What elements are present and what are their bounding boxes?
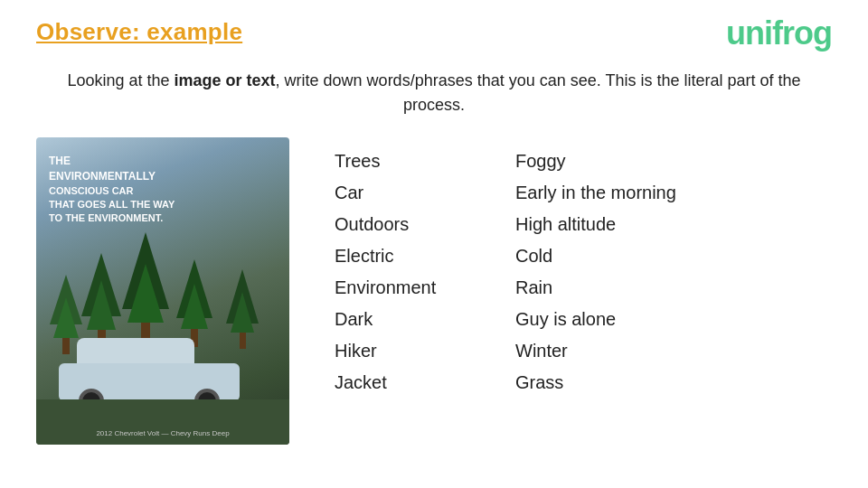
- word-item: Winter: [515, 336, 676, 366]
- page: Observe: example unifrog Looking at the …: [0, 0, 868, 488]
- word-item: Rain: [515, 273, 676, 303]
- subtitle-text-after: , write down words/phrases that you can …: [276, 71, 801, 114]
- words-column-left: TreesCarOutdoorsElectricEnvironmentDarkH…: [335, 146, 479, 398]
- image-overlay-text: The environmentally conscious car that g…: [49, 154, 175, 226]
- word-item: Guy is alone: [515, 305, 676, 334]
- words-area: TreesCarOutdoorsElectricEnvironmentDarkH…: [335, 146, 832, 398]
- image-caption: 2012 Chevrolet Volt — Chevy Runs Deep: [36, 429, 289, 437]
- header: Observe: example unifrog: [36, 18, 832, 52]
- word-item: Grass: [515, 368, 676, 398]
- word-item: Outdoors: [335, 210, 479, 239]
- logo: unifrog: [726, 14, 832, 52]
- overlay-line3: that goes all the way: [49, 198, 175, 211]
- subtitle-bold: image or text: [175, 71, 276, 89]
- overlay-line1: The environmentally: [49, 154, 175, 184]
- subtitle-text-before: Looking at the: [67, 71, 174, 89]
- word-item: Car: [335, 178, 479, 208]
- overlay-line2: conscious car: [49, 184, 175, 198]
- word-item: Hiker: [335, 336, 479, 366]
- word-item: Environment: [335, 273, 479, 303]
- word-item: Electric: [335, 241, 479, 271]
- overlay-line4: to the environment.: [49, 211, 175, 225]
- words-column-right: FoggyEarly in the morningHigh altitudeCo…: [515, 146, 676, 398]
- page-title: Observe: example: [36, 18, 242, 46]
- content-area: The environmentally conscious car that g…: [36, 137, 832, 445]
- word-item: Dark: [335, 305, 479, 334]
- word-item: Trees: [335, 146, 479, 176]
- word-item: High altitude: [515, 210, 676, 239]
- subtitle: Looking at the image or text, write down…: [36, 69, 832, 117]
- word-item: Jacket: [335, 368, 479, 398]
- word-item: Foggy: [515, 146, 676, 176]
- advertisement-image: The environmentally conscious car that g…: [36, 137, 289, 445]
- word-item: Early in the morning: [515, 178, 676, 208]
- word-item: Cold: [515, 241, 676, 271]
